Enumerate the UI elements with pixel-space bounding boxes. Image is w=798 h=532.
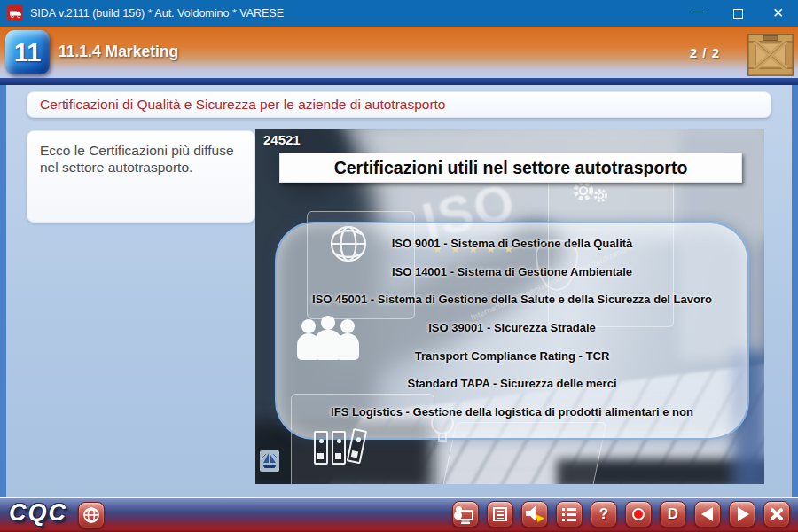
slide-code: 24521 <box>263 132 301 147</box>
maximize-button[interactable] <box>718 0 758 27</box>
header: 11 11.1.4 Marketing 2 / 2 <box>0 27 798 78</box>
screen-share-button[interactable] <box>452 501 479 528</box>
exit-button[interactable] <box>763 501 790 528</box>
banner-text: Certificazioni di Qualità e Sicurezza pe… <box>40 97 446 113</box>
cqc-logo: CQC <box>9 499 67 527</box>
language-globe-button[interactable] <box>78 502 105 528</box>
letter-d-icon: D <box>668 505 678 523</box>
arrow-right-icon <box>738 507 749 521</box>
maximize-icon <box>733 9 743 19</box>
certification-item: IFS Logistics - Gestione della logistica… <box>282 405 742 419</box>
arrow-left-icon <box>701 507 713 521</box>
people-group-icon <box>300 330 356 360</box>
close-button[interactable]: × <box>758 0 798 27</box>
dictionary-button[interactable]: D <box>660 501 686 528</box>
content-area: Certificazioni di Qualità e Sicurezza pe… <box>0 85 798 497</box>
index-button[interactable] <box>556 501 583 528</box>
page-indicator: 2 / 2 <box>690 45 720 60</box>
footer-toolbar: CQC <box>0 497 798 532</box>
sida-ship-logo <box>260 450 279 472</box>
audio-button[interactable] <box>521 501 548 528</box>
window-title: SIDA v.2111 (build 156) * Aut. Voldomino… <box>30 7 678 20</box>
chapter-11-icon: 11 <box>5 30 50 74</box>
next-button[interactable] <box>729 501 755 528</box>
speaker-icon <box>524 505 545 524</box>
header-separator <box>0 78 798 85</box>
app-window: SIDA v.2111 (build 156) * Aut. Voldomino… <box>0 0 798 532</box>
titlebar: SIDA v.2111 (build 156) * Aut. Voldomino… <box>0 0 798 27</box>
certification-item: ISO 45001 - Sistema di Gestione della Sa… <box>282 293 742 306</box>
document-icon <box>493 507 507 521</box>
globe-icon <box>82 506 100 524</box>
slide-title: Certificazioni utili nel settore autotra… <box>279 153 742 183</box>
question-mark-icon: ? <box>599 505 608 523</box>
certification-item: Standard TAPA - Sicurezza delle merci <box>282 377 742 390</box>
list-icon <box>562 508 576 521</box>
close-x-icon <box>769 506 785 522</box>
slide-image: ISO International Organization for Stand… <box>255 129 764 484</box>
minimize-button[interactable]: — <box>678 0 718 27</box>
globe-icon <box>328 223 369 264</box>
lightbulb-icon <box>431 411 454 442</box>
record-icon <box>632 508 645 520</box>
monitor-icon <box>458 510 473 520</box>
record-button[interactable] <box>625 501 652 528</box>
binders-icon <box>314 431 367 465</box>
previous-button[interactable] <box>694 501 721 528</box>
page-title: 11.1.4 Marketing <box>59 43 178 61</box>
lesson-banner: Certificazioni di Qualità e Sicurezza pe… <box>27 91 771 118</box>
app-truck-icon <box>7 5 23 21</box>
help-button[interactable]: ? <box>591 501 617 528</box>
description-panel: Ecco le Certificazioni più diffuse nel s… <box>27 130 255 223</box>
toolbar-buttons: ? D <box>452 501 790 528</box>
crate-icon <box>747 33 794 77</box>
text-summary-button[interactable] <box>487 501 513 528</box>
certification-item: ISO 14001 - Sistema di Gestione Ambienta… <box>282 265 742 278</box>
